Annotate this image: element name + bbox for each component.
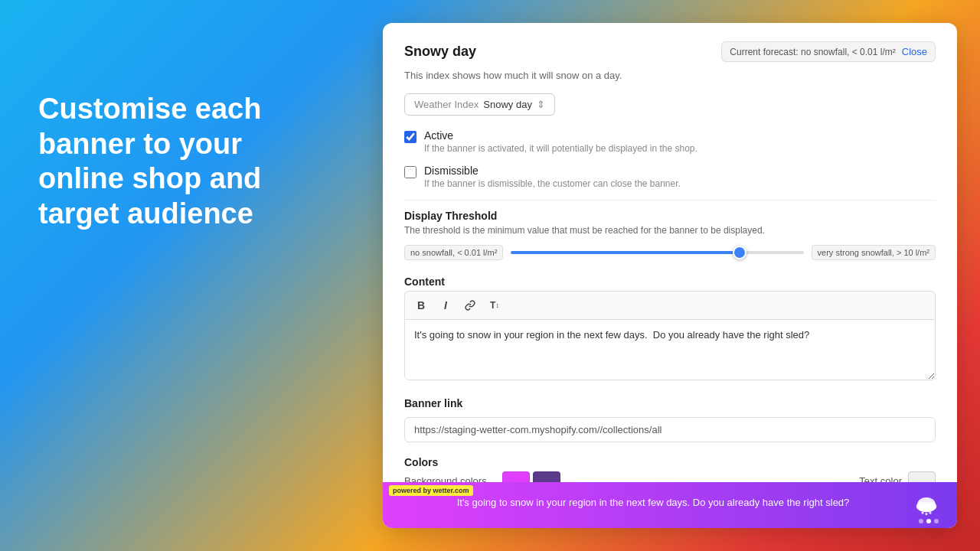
slider-row: no snowfall, < 0.01 l/m² very strong sno… <box>404 245 936 260</box>
bold-button[interactable]: B <box>410 295 433 316</box>
dismissible-row: Dismissible If the banner is dismissible… <box>404 165 936 189</box>
threshold-desc: The threshold is the minimum value that … <box>404 225 936 236</box>
dot-2 <box>926 519 931 523</box>
content-textarea[interactable]: It's going to snow in your region in the… <box>404 319 936 380</box>
slider-track <box>511 251 803 254</box>
svg-point-6 <box>929 511 931 514</box>
text-color-label: Text color <box>859 475 902 483</box>
preview-banner: powered by wetter.com It's going to snow… <box>383 482 957 528</box>
bg-colors-label: Background colors <box>404 475 487 483</box>
dismissible-checkbox[interactable] <box>404 166 416 178</box>
preview-banner-text: It's going to snow in your region in the… <box>457 497 850 508</box>
main-card: Snowy day Current forecast: no snowfall,… <box>383 23 957 528</box>
banner-link-section: Banner link <box>404 397 936 442</box>
content-toolbar: B I T↕ <box>404 291 936 319</box>
card-header: Snowy day Current forecast: no snowfall,… <box>404 41 936 62</box>
slider-track-wrap <box>511 245 803 260</box>
active-label: Active <box>424 129 697 142</box>
content-section: Content B I T↕ It's going to snow in you… <box>404 276 936 383</box>
card-body: Snowy day Current forecast: no snowfall,… <box>383 23 957 482</box>
svg-point-4 <box>921 511 923 514</box>
svg-point-3 <box>917 504 935 513</box>
slider-thumb <box>733 246 746 259</box>
snow-cloud-icon <box>911 490 942 520</box>
text-size-button[interactable]: T↕ <box>483 295 506 316</box>
close-link[interactable]: Close <box>902 46 927 57</box>
bg-color-swatch-2[interactable] <box>533 471 560 482</box>
forecast-badge: Current forecast: no snowfall, < 0.01 l/… <box>721 41 936 62</box>
link-button[interactable] <box>459 295 482 316</box>
promo-text: Customise each banner to your online sho… <box>38 92 329 231</box>
banner-link-label: Banner link <box>404 397 936 409</box>
slider-left-label: no snowfall, < 0.01 l/m² <box>404 245 503 260</box>
dot-1 <box>919 519 923 523</box>
active-label-group: Active If the banner is activated, it wi… <box>424 129 697 154</box>
svg-point-5 <box>925 513 927 515</box>
italic-button[interactable]: I <box>434 295 457 316</box>
dot-3 <box>934 519 939 523</box>
forecast-text: Current forecast: no snowfall, < 0.01 l/… <box>730 47 895 57</box>
active-checkbox[interactable] <box>404 131 416 143</box>
bg-color-swatch-1[interactable] <box>502 471 530 482</box>
threshold-section: Display Threshold The threshold is the m… <box>404 210 936 260</box>
card-subtitle: This index shows how much it will snow o… <box>404 70 936 81</box>
banner-link-input[interactable] <box>404 417 936 442</box>
dismissible-label: Dismissible <box>424 165 681 177</box>
threshold-label: Display Threshold <box>404 210 936 222</box>
dismissible-description: If the banner is dismissible, the custom… <box>424 178 681 189</box>
card-title: Snowy day <box>404 44 476 60</box>
active-description: If the banner is activated, it will pote… <box>424 143 697 154</box>
colors-label: Colors <box>404 456 936 468</box>
text-color-swatch[interactable] <box>908 471 936 482</box>
dismissible-label-group: Dismissible If the banner is dismissible… <box>424 165 681 189</box>
dropdown-value: Snowy day <box>483 99 532 110</box>
divider-1 <box>404 200 936 201</box>
dropdown-prefix: Weather Index <box>414 99 479 110</box>
colors-row: Background colors Text color <box>404 471 936 482</box>
colors-section: Colors Background colors Text color The … <box>404 456 936 482</box>
text-color-wrap: Text color <box>859 471 936 482</box>
slider-right-label: very strong snowfall, > 10 l/m² <box>812 245 936 260</box>
content-label: Content <box>404 276 936 288</box>
chevron-down-icon: ⇕ <box>537 99 545 110</box>
weather-index-dropdown[interactable]: Weather Index Snowy day ⇕ <box>404 93 555 116</box>
powered-by-badge: powered by wetter.com <box>389 485 473 496</box>
active-row: Active If the banner is activated, it wi… <box>404 129 936 154</box>
bg-swatches <box>502 471 560 482</box>
preview-dots <box>919 519 939 523</box>
